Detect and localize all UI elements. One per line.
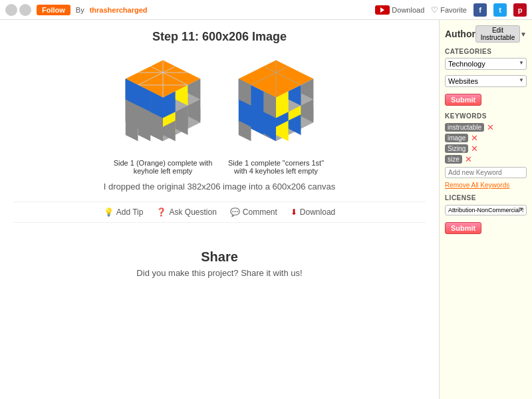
category2-select[interactable]: Websites	[445, 75, 527, 87]
share-subtitle: Did you make this project? Share it with…	[27, 268, 412, 278]
share-section: Share Did you make this project? Share i…	[13, 236, 426, 291]
remove-all-keywords-link[interactable]: Remove All Keywords	[445, 182, 527, 189]
follow-button[interactable]: Follow	[37, 5, 70, 15]
logo-icon2	[19, 4, 31, 16]
keyword-row-1: image ✕	[445, 133, 527, 143]
cube2-caption: Side 1 complete "corners 1st" with 4 key…	[226, 159, 326, 175]
comment-icon: 💬	[230, 207, 240, 217]
images-row: Side 1 (Orange) complete with keyhole le…	[13, 54, 426, 175]
license-select[interactable]: Attribution-NonCommercial-Share/	[445, 205, 527, 215]
edit-instructable-button[interactable]: Edit Instructable	[475, 25, 520, 43]
topbar: Follow By thrashercharged Download ♡ Fav…	[0, 0, 532, 20]
cube1-image	[113, 54, 213, 154]
download-icon: ⬇	[291, 207, 297, 217]
keyword-remove-2[interactable]: ✕	[471, 144, 478, 154]
keywords-container: instructable ✕ image ✕ Sizing ✕ size ✕	[445, 122, 527, 164]
cube1-caption: Side 1 (Orange) complete with keyhole le…	[113, 159, 213, 175]
lightbulb-icon: 💡	[104, 207, 114, 217]
keyword-remove-0[interactable]: ✕	[487, 122, 494, 132]
keyword-row-2: Sizing ✕	[445, 144, 527, 154]
youtube-icon	[375, 5, 390, 15]
facebook-button[interactable]: f	[473, 3, 487, 17]
question-icon: ❓	[156, 207, 166, 217]
sidebar: Author Edit Instructable ▼ CATEGORIES Te…	[439, 20, 532, 399]
comment-action[interactable]: 💬 Comment	[230, 207, 277, 217]
ask-question-action[interactable]: ❓ Ask Question	[156, 207, 216, 217]
license-wrapper[interactable]: Attribution-NonCommercial-Share/	[445, 204, 527, 218]
logo-icon	[5, 4, 17, 16]
sidebar-title: Author	[445, 29, 475, 39]
twitter-button[interactable]: t	[493, 3, 507, 17]
action-bar: 💡 Add Tip ❓ Ask Question 💬 Comment ⬇ Dow…	[13, 201, 426, 223]
keyword-remove-3[interactable]: ✕	[465, 154, 472, 164]
favorite-action[interactable]: ♡ Favorite	[431, 5, 467, 15]
category1-wrapper[interactable]: Technology	[445, 58, 527, 72]
add-keyword-input[interactable]	[445, 167, 527, 178]
step-title: Step 11: 600x206 Image	[13, 30, 426, 44]
category1-select[interactable]: Technology	[445, 58, 527, 70]
username-label: thrashercharged	[90, 6, 148, 14]
cube2-container: Side 1 complete "corners 1st" with 4 key…	[226, 54, 326, 175]
step-text: I dropped the original 382x206 image int…	[13, 182, 426, 192]
category2-wrapper[interactable]: Websites	[445, 75, 527, 90]
share-title: Share	[27, 249, 412, 265]
license-label: LICENSE	[445, 194, 527, 201]
download-action2[interactable]: ⬇ Download	[291, 207, 335, 217]
logo-area	[5, 4, 31, 16]
by-text: By	[76, 6, 84, 14]
cube2-image	[226, 54, 326, 154]
keyword-row-0: instructable ✕	[445, 122, 527, 132]
topbar-right: Download ♡ Favorite f t p	[375, 3, 527, 17]
license-submit-button[interactable]: Submit	[445, 222, 481, 234]
cube1-container: Side 1 (Orange) complete with keyhole le…	[113, 54, 213, 175]
categories-submit-button[interactable]: Submit	[445, 94, 481, 106]
sidebar-header: Author Edit Instructable ▼	[445, 25, 527, 43]
keyword-tag-3: size	[445, 155, 462, 164]
keywords-label: KEYWORDS	[445, 112, 527, 120]
categories-label: CATEGORIES	[445, 48, 527, 55]
keyword-remove-1[interactable]: ✕	[471, 133, 478, 143]
main-content: Step 11: 600x206 Image	[0, 20, 439, 399]
download-action[interactable]: Download	[375, 5, 424, 15]
keyword-row-3: size ✕	[445, 154, 527, 164]
heart-icon: ♡	[431, 5, 438, 15]
pinterest-button[interactable]: p	[513, 3, 527, 17]
sidebar-dropdown-arrow[interactable]: ▼	[520, 31, 527, 38]
keyword-tag-1: image	[445, 134, 468, 142]
keyword-tag-0: instructable	[445, 123, 484, 132]
add-tip-action[interactable]: 💡 Add Tip	[104, 207, 144, 217]
keyword-tag-2: Sizing	[445, 144, 468, 153]
